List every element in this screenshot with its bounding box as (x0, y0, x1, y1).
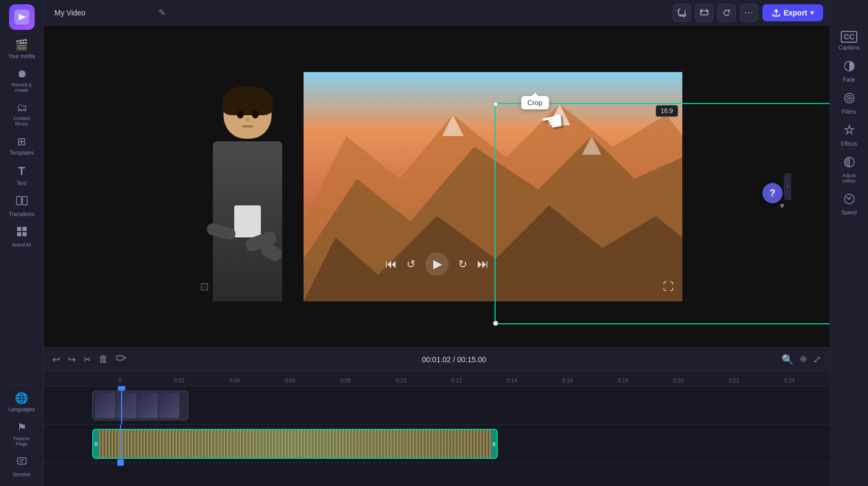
main-area: ✎ ··· Export ▾ (44, 0, 830, 486)
svg-rect-2 (17, 196, 21, 205)
clip-left-handle[interactable]: ⏸ (93, 430, 99, 458)
ruler-tick-1: 0:02 (174, 378, 229, 384)
sidebar-item-label: Languages (9, 407, 35, 412)
cut-button[interactable]: ✂ (81, 352, 93, 368)
play-button[interactable]: ▶ (425, 252, 449, 276)
sidebar-item-label: Your media (8, 53, 35, 59)
forward-5s-button[interactable]: ↻ (458, 258, 467, 270)
sidebar-item-templates[interactable]: ⊞ Templates (0, 131, 43, 160)
fit-button[interactable] (695, 4, 713, 22)
ruler-tick-4: 0:08 (340, 378, 396, 384)
mountain-background (304, 72, 682, 301)
sidebar-item-label: Transitions (9, 211, 35, 217)
skip-forward-button[interactable]: ⏭ (477, 257, 489, 271)
right-panel-captions[interactable]: CC Captions (830, 27, 868, 55)
right-panel-filters[interactable]: Filters (830, 88, 868, 119)
your-media-icon: 🎬 (15, 38, 28, 51)
video-title-input[interactable] (50, 6, 152, 19)
right-panel-speed[interactable]: Speed (830, 189, 868, 220)
character-clip[interactable] (92, 391, 188, 420)
text-icon: T (18, 164, 25, 178)
version-icon (16, 455, 28, 469)
fade-icon (843, 60, 855, 75)
export-label: Export (784, 9, 807, 17)
playhead[interactable] (121, 386, 122, 424)
skip-back-button[interactable]: ⏮ (385, 257, 397, 271)
right-panel-effects[interactable]: Effects (830, 120, 868, 151)
undo-button[interactable]: ↩ (50, 352, 62, 368)
svg-rect-19 (117, 356, 123, 360)
sidebar-item-content-library[interactable]: 🗂 Contentlibrary (0, 97, 43, 131)
rename-icon[interactable]: ✎ (156, 5, 168, 20)
zoom-out-button[interactable]: 🔍 (779, 352, 795, 368)
timeline-zoom-controls: 🔍 ⊕ ⤢ (779, 352, 823, 368)
redo-button[interactable]: ↪ (66, 352, 78, 368)
video-preview: Crop ☚ 16:9 ⊡ ⛶ ⏮ ↺ ▶ ↻ ⏭ (192, 72, 682, 301)
sidebar-item-your-media[interactable]: 🎬 Your media (0, 34, 43, 63)
monitor-icon[interactable]: ⊡ (200, 280, 209, 293)
transitions-icon (16, 195, 28, 209)
ruler-tick-11: 0:22 (729, 378, 784, 384)
character-track-row (44, 386, 830, 425)
add-to-timeline-button[interactable] (114, 350, 129, 368)
sidebar-item-label: Brand kit (12, 242, 31, 248)
rotate-button[interactable] (718, 4, 736, 22)
help-button[interactable]: ? (762, 183, 783, 203)
thumb-4 (159, 393, 179, 418)
sidebar-item-feature-flags[interactable]: ⚑ FeatureFlags (0, 417, 43, 451)
sidebar-item-transitions[interactable]: Transitions (0, 190, 43, 221)
toolbar-actions: ··· (673, 4, 758, 22)
svg-rect-8 (18, 458, 26, 464)
sidebar-item-text[interactable]: T Text (0, 160, 43, 190)
svg-point-27 (848, 198, 850, 200)
sidebar-item-label: Templates (10, 150, 34, 156)
crop-button[interactable] (673, 4, 691, 22)
filters-icon (843, 92, 855, 107)
thumb-1 (95, 393, 115, 418)
delete-button[interactable]: 🗑 (97, 352, 110, 367)
zoom-in-button[interactable]: ⊕ (798, 352, 809, 368)
right-panel-fade[interactable]: Fade (830, 56, 868, 87)
ruler-tick-2: 0:04 (229, 378, 285, 384)
ruler-tick-6: 0:12 (451, 378, 507, 384)
right-panel-adjust-colors[interactable]: Adjustcolors (830, 152, 868, 188)
sidebar-item-brand-kit[interactable]: Brand kit (0, 221, 43, 252)
sidebar-item-label: Version (13, 472, 30, 477)
canvas-area: Crop ☚ 16:9 ⊡ ⛶ ⏮ ↺ ▶ ↻ ⏭ (44, 26, 830, 347)
more-button[interactable]: ··· (740, 4, 758, 22)
fullscreen-button[interactable]: ⛶ (663, 281, 674, 293)
aspect-ratio-badge: 16:9 (656, 105, 678, 117)
thumb-3 (138, 393, 158, 418)
export-dropdown-icon: ▾ (810, 9, 814, 17)
record-create-icon: ⏺ (17, 68, 27, 80)
rewind-5s-button[interactable]: ↺ (407, 258, 416, 270)
ruler-tick-3: 0:06 (285, 378, 340, 384)
effects-icon (843, 124, 855, 139)
right-panel-collapse[interactable]: ‹ (784, 173, 791, 200)
speed-icon (843, 193, 855, 208)
video-controls: ⏮ ↺ ▶ ↻ ⏭ (385, 252, 489, 276)
svg-rect-4 (17, 227, 21, 231)
right-panel-label: Captions (839, 45, 859, 51)
ruler-tick-5: 0:10 (396, 378, 451, 384)
sidebar-item-version[interactable]: Version (0, 451, 43, 482)
corner-handle-bl[interactable] (493, 321, 498, 326)
ruler-tick-8: 0:16 (562, 378, 618, 384)
right-panel-label: Effects (841, 141, 857, 147)
crop-tooltip: Crop (521, 96, 549, 109)
sidebar-item-record-create[interactable]: ⏺ Record &create (0, 63, 43, 97)
export-button[interactable]: Export ▾ (762, 4, 823, 21)
panel-collapse-button[interactable]: ▾ (780, 201, 784, 211)
sidebar-item-label: FeatureFlags (13, 436, 30, 447)
timeline-toolbar: ↩ ↪ ✂ 🗑 00:01.02 / 00:15.00 🔍 ⊕ ⤢ (44, 348, 830, 371)
character-panel (192, 72, 304, 301)
fit-timeline-button[interactable]: ⤢ (811, 352, 823, 368)
playhead-head (118, 386, 125, 391)
left-sidebar: 🎬 Your media ⏺ Record &create 🗂 Contentl… (0, 0, 44, 486)
landscape-clip[interactable]: ⏸ ⏸ (92, 429, 498, 459)
landscape-track-row: ⏸ ⏸ (44, 425, 830, 463)
svg-rect-11 (700, 11, 708, 15)
clip-right-handle[interactable]: ⏸ (491, 430, 497, 458)
right-panel-label: Fade (843, 77, 855, 83)
sidebar-item-languages[interactable]: 🌐 Languages (0, 387, 43, 417)
